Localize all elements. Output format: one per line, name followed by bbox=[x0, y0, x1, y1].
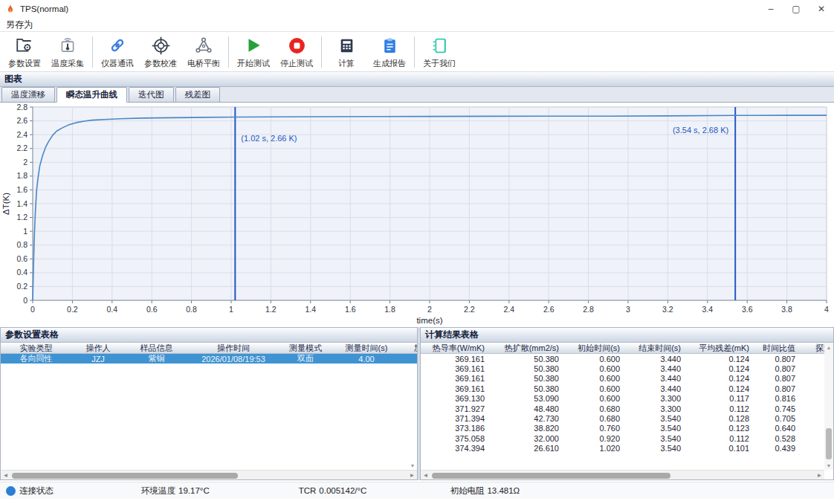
table-cell: 0.117 bbox=[691, 394, 760, 404]
table-cell: 0.745 bbox=[760, 404, 806, 413]
y-tick-label: 0.2 bbox=[16, 282, 28, 291]
minimize-button[interactable]: – bbox=[758, 0, 783, 18]
toolbar-separator bbox=[228, 36, 229, 68]
y-tick-label: 1 bbox=[23, 227, 28, 236]
start-test-button[interactable]: 开始测试 bbox=[232, 33, 275, 71]
tab-transient-temp-rise[interactable]: 瞬态温升曲线 bbox=[56, 87, 127, 103]
temperature-acquire-button[interactable]: 温度采集 bbox=[46, 33, 89, 71]
y-tick-label: 1.2 bbox=[16, 213, 28, 222]
x-tick-label: 1.2 bbox=[265, 305, 277, 314]
transient-rise-chart[interactable]: 00.20.40.60.811.21.41.61.822.22.42.62.80… bbox=[0, 103, 834, 326]
tcr-label: TCR bbox=[299, 486, 317, 495]
menu-save-as[interactable]: 另存为 bbox=[0, 18, 39, 31]
column-header[interactable]: 平均残差(mK) bbox=[691, 343, 760, 353]
table-row[interactable]: 369.16150.3800.6003.4400.1240.80726 bbox=[421, 364, 833, 373]
table-cell: 50.380 bbox=[495, 354, 569, 364]
y-tick-label: 1.6 bbox=[16, 185, 28, 194]
params-table-hscrollbar[interactable]: ◄ ► bbox=[1, 470, 417, 479]
maximize-button[interactable]: ▢ bbox=[783, 0, 809, 18]
table-row[interactable]: 375.05832.0000.9203.5400.1120.52821 bbox=[421, 433, 833, 443]
scroll-left-arrow[interactable]: ◄ bbox=[1, 471, 10, 480]
column-header[interactable]: 时间比值 bbox=[760, 343, 806, 353]
stop-icon bbox=[287, 36, 307, 56]
table-cell: 0.807 bbox=[760, 354, 806, 364]
y-tick-label: 0 bbox=[23, 296, 28, 305]
scroll-right-arrow[interactable]: ► bbox=[815, 471, 824, 480]
hscroll-thumb[interactable] bbox=[432, 473, 670, 479]
hscroll-thumb[interactable] bbox=[12, 473, 238, 479]
window-title: TPS(normal) bbox=[20, 4, 68, 13]
y-tick-label: 2.6 bbox=[16, 116, 28, 125]
column-header[interactable]: 操作人 bbox=[71, 343, 125, 353]
crosshair-target-icon bbox=[151, 36, 171, 56]
column-header[interactable]: 操作时间 bbox=[188, 343, 279, 353]
column-header[interactable]: 测量模式 bbox=[279, 343, 332, 353]
table-row[interactable]: 374.39426.6101.0203.5400.1010.43919 bbox=[421, 444, 833, 453]
instrument-comm-label: 仪器通讯 bbox=[101, 58, 134, 69]
ambient-temperature: 环境温度 19.17°C bbox=[141, 485, 210, 497]
table-row[interactable]: 369.16150.3800.6003.4400.1240.80726 bbox=[421, 354, 833, 364]
hscroll-track[interactable] bbox=[430, 471, 815, 479]
table-cell: 2026/01/08/19:53 bbox=[188, 354, 279, 364]
table-row[interactable]: 369.16150.3800.6003.4400.1240.80726 bbox=[421, 384, 833, 393]
connection-status-label: 连接状态 bbox=[19, 485, 54, 497]
params-table-vscrollbar[interactable]: ▼ bbox=[408, 343, 417, 470]
table-cell: 3.540 bbox=[630, 433, 691, 443]
results-table-vscrollbar[interactable]: ▲ ▼ bbox=[824, 343, 833, 470]
table-cell: 0.101 bbox=[691, 444, 760, 453]
tab-temperature-drift[interactable]: 温度漂移 bbox=[1, 87, 55, 102]
table-cell: 3.540 bbox=[630, 444, 691, 453]
app-window: TPS(normal) – ▢ ✕ 另存为 参数设置 温度采集 bbox=[0, 0, 834, 504]
vscroll-thumb[interactable] bbox=[826, 428, 832, 459]
tab-residual-plot[interactable]: 残差图 bbox=[175, 87, 221, 102]
params-table-body: 各向同性JZJ紫铜2026/01/08/19:53双面4.003500 bbox=[1, 354, 417, 364]
toolbar-separator bbox=[321, 36, 322, 68]
column-header[interactable]: 热导率(W/mK) bbox=[421, 343, 495, 353]
scroll-right-arrow[interactable]: ► bbox=[407, 471, 417, 480]
column-header[interactable]: 结束时间(s) bbox=[630, 343, 691, 353]
hscroll-track[interactable] bbox=[10, 471, 407, 479]
scroll-up-arrow[interactable]: ▲ bbox=[824, 343, 833, 352]
table-row[interactable]: 371.39442.7300.6803.5400.1280.70524 bbox=[421, 413, 833, 423]
table-row[interactable]: 373.18638.8200.7603.5400.1230.64023 bbox=[421, 424, 833, 433]
table-row[interactable]: 371.92748.4800.6803.3000.1120.74525 bbox=[421, 404, 833, 413]
generate-report-button[interactable]: 生成报告 bbox=[368, 33, 411, 71]
scroll-down-arrow[interactable]: ▼ bbox=[408, 461, 417, 470]
table-cell: 1.020 bbox=[569, 444, 630, 453]
column-header[interactable]: 热扩散(mm2/s) bbox=[495, 343, 569, 353]
scroll-down-arrow[interactable]: ▼ bbox=[824, 461, 833, 470]
close-button[interactable]: ✕ bbox=[809, 0, 834, 18]
column-header[interactable]: 样品信息 bbox=[125, 343, 188, 353]
y-tick-label: 1.8 bbox=[16, 171, 28, 180]
instrument-comm-button[interactable]: 仪器通讯 bbox=[96, 33, 139, 71]
bridge-balance-button[interactable]: 电桥平衡 bbox=[182, 33, 225, 71]
column-header[interactable]: 测量时间(s) bbox=[332, 343, 401, 353]
calculate-button[interactable]: 计算 bbox=[325, 33, 368, 71]
y-tick-label: 2.2 bbox=[16, 143, 28, 152]
table-cell: 3.440 bbox=[630, 354, 691, 364]
column-header[interactable]: 实验类型 bbox=[1, 343, 71, 353]
table-row[interactable]: 369.16150.3800.6003.4400.1240.80726 bbox=[421, 374, 833, 384]
table-row[interactable]: 各向同性JZJ紫铜2026/01/08/19:53双面4.003500 bbox=[1, 354, 417, 364]
results-table-hscrollbar[interactable]: ◄ ► bbox=[421, 470, 824, 479]
table-cell: 0.123 bbox=[691, 424, 760, 433]
y-tick-label: 0.4 bbox=[16, 268, 28, 277]
folder-gear-icon bbox=[15, 36, 35, 56]
x-tick-label: 1.4 bbox=[305, 305, 316, 314]
table-cell: 0.128 bbox=[691, 413, 760, 423]
x-tick-label: 3.6 bbox=[742, 305, 753, 314]
tab-iteration-plot[interactable]: 迭代图 bbox=[129, 87, 174, 102]
scroll-left-arrow[interactable]: ◄ bbox=[421, 471, 430, 480]
stop-test-button[interactable]: 停止测试 bbox=[275, 33, 318, 71]
notebook-icon bbox=[430, 36, 450, 56]
params-settings-button[interactable]: 参数设置 bbox=[3, 33, 46, 71]
table-row[interactable]: 369.13053.0900.6003.3000.1170.81626 bbox=[421, 394, 833, 404]
params-table: 实验类型操作人样品信息操作时间测量模式测量时间(s)加热功率 各向同性JZJ紫铜… bbox=[1, 343, 417, 479]
report-clipboard-icon bbox=[380, 36, 400, 56]
table-cell: 32.000 bbox=[495, 433, 569, 443]
about-us-button[interactable]: 关于我们 bbox=[418, 33, 461, 71]
results-table-header: 热导率(W/mK)热扩散(mm2/s)初始时间(s)结束时间(s)平均残差(mK… bbox=[421, 343, 833, 354]
column-header[interactable]: 初始时间(s) bbox=[569, 343, 630, 353]
param-calibration-button[interactable]: 参数校准 bbox=[139, 33, 182, 71]
table-cell: 3.540 bbox=[630, 413, 691, 423]
